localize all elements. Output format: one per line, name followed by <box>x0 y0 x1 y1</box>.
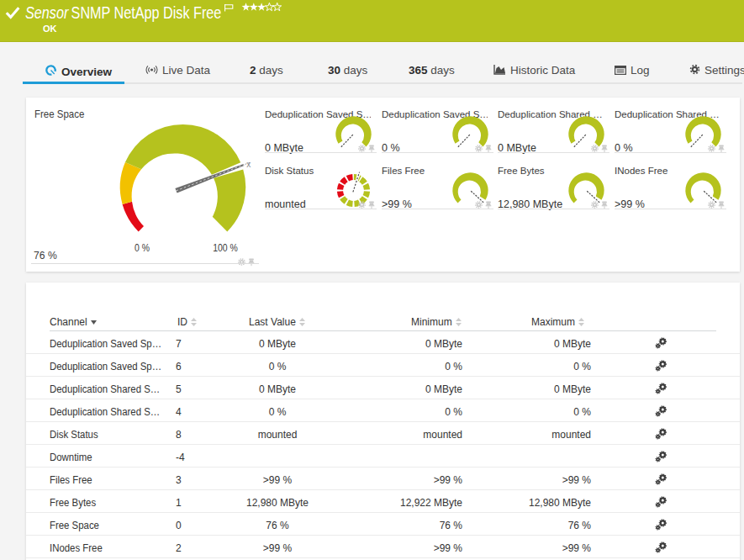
svg-text:x: x <box>246 160 251 169</box>
